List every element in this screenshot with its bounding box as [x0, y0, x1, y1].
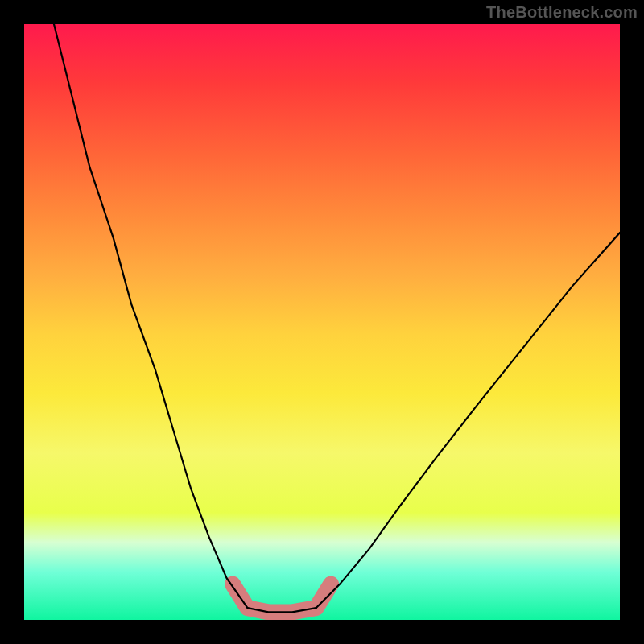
watermark-text: TheBottleneck.com — [486, 3, 638, 22]
chart-curve-right — [316, 233, 620, 608]
chart-highlight-segment — [233, 584, 331, 613]
chart-plot-area — [24, 24, 620, 620]
chart-curve-floor — [248, 608, 316, 612]
chart-frame: TheBottleneck.com — [0, 0, 644, 644]
chart-curve-left — [54, 24, 248, 608]
chart-svg — [24, 24, 620, 620]
